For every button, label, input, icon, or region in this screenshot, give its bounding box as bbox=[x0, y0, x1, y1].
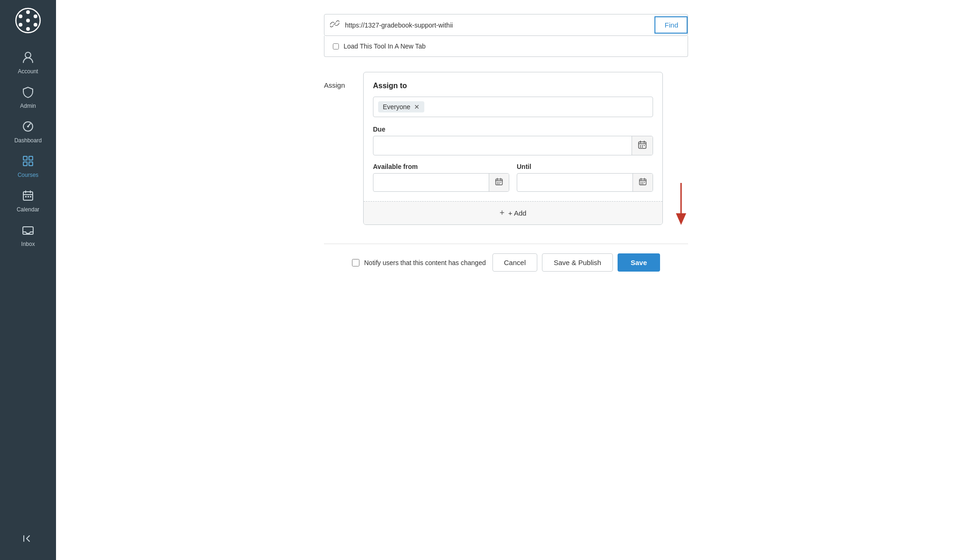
everyone-tag-label: Everyone bbox=[383, 103, 410, 111]
svg-point-4 bbox=[26, 27, 30, 31]
svg-rect-14 bbox=[29, 162, 33, 166]
svg-rect-22 bbox=[642, 145, 643, 146]
available-from-input[interactable] bbox=[373, 174, 489, 191]
available-row: Available from bbox=[373, 163, 653, 192]
svg-rect-16 bbox=[25, 196, 27, 197]
sidebar-item-admin[interactable]: Admin bbox=[0, 80, 56, 115]
add-icon: + bbox=[499, 208, 505, 218]
notify-row: Notify users that this content has chang… bbox=[352, 259, 486, 266]
svg-rect-27 bbox=[497, 182, 498, 183]
svg-rect-30 bbox=[497, 183, 498, 184]
assign-section: Assign Assign to Everyone ✕ Due bbox=[324, 72, 688, 225]
svg-rect-34 bbox=[642, 182, 643, 183]
notify-label: Notify users that this content has chang… bbox=[364, 259, 486, 266]
save-button[interactable]: Save bbox=[618, 253, 660, 272]
svg-rect-29 bbox=[500, 182, 501, 183]
until-input[interactable] bbox=[517, 174, 633, 191]
svg-point-10 bbox=[27, 126, 29, 127]
svg-marker-39 bbox=[676, 213, 686, 225]
svg-rect-23 bbox=[644, 145, 645, 146]
due-date-row bbox=[373, 136, 653, 155]
new-tab-label: Load This Tool In A New Tab bbox=[344, 42, 426, 50]
svg-rect-18 bbox=[30, 196, 31, 197]
svg-rect-35 bbox=[644, 182, 645, 183]
svg-rect-33 bbox=[641, 182, 642, 183]
link-icon bbox=[324, 14, 345, 35]
red-arrow-container bbox=[674, 72, 688, 225]
sidebar-item-dashboard[interactable]: Dashboard bbox=[0, 115, 56, 149]
until-label: Until bbox=[517, 163, 653, 170]
assign-to-title: Assign to bbox=[373, 82, 653, 90]
main-content: Find Load This Tool In A New Tab Assign … bbox=[56, 0, 956, 560]
svg-point-7 bbox=[26, 19, 30, 22]
sidebar-item-calendar[interactable]: Calendar bbox=[0, 184, 56, 218]
sidebar-item-inbox-label: Inbox bbox=[21, 241, 35, 247]
collapse-icon bbox=[22, 533, 34, 547]
dashboard-icon bbox=[22, 120, 34, 135]
svg-rect-24 bbox=[640, 147, 641, 147]
svg-rect-37 bbox=[642, 183, 643, 184]
available-from-row bbox=[373, 173, 509, 192]
remove-everyone-button[interactable]: ✕ bbox=[414, 104, 420, 110]
assign-label: Assign bbox=[324, 72, 352, 89]
svg-point-5 bbox=[19, 23, 22, 27]
available-from-label: Available from bbox=[373, 163, 509, 170]
svg-point-6 bbox=[19, 14, 22, 18]
svg-rect-11 bbox=[23, 156, 27, 160]
assign-to-field[interactable]: Everyone ✕ bbox=[373, 97, 653, 117]
svg-point-2 bbox=[34, 14, 37, 18]
sidebar-item-account[interactable]: Account bbox=[0, 45, 56, 80]
sidebar-item-courses[interactable]: Courses bbox=[0, 149, 56, 184]
available-from-col: Available from bbox=[373, 163, 509, 192]
sidebar: Account Admin Dashboard bbox=[0, 0, 56, 560]
notify-checkbox[interactable] bbox=[352, 259, 359, 266]
until-col: Until bbox=[517, 163, 653, 192]
svg-rect-13 bbox=[23, 162, 27, 166]
admin-icon bbox=[22, 86, 34, 101]
svg-rect-21 bbox=[640, 145, 641, 146]
sidebar-item-account-label: Account bbox=[18, 68, 38, 75]
account-icon bbox=[21, 50, 35, 66]
action-buttons: Cancel Save & Publish Save bbox=[492, 253, 660, 272]
svg-rect-31 bbox=[499, 183, 499, 184]
sidebar-item-dashboard-label: Dashboard bbox=[14, 137, 42, 144]
until-calendar-button[interactable] bbox=[633, 174, 653, 191]
sidebar-item-calendar-label: Calendar bbox=[17, 206, 40, 213]
courses-icon bbox=[22, 155, 34, 170]
inbox-icon bbox=[22, 224, 34, 239]
svg-rect-17 bbox=[28, 196, 29, 197]
svg-point-8 bbox=[25, 52, 31, 58]
due-calendar-button[interactable] bbox=[632, 136, 653, 155]
url-input[interactable] bbox=[345, 17, 654, 34]
svg-rect-12 bbox=[29, 156, 33, 160]
add-assign-button[interactable]: + + Add bbox=[364, 201, 662, 224]
due-label: Due bbox=[373, 126, 653, 133]
add-label: + Add bbox=[508, 209, 527, 217]
until-row bbox=[517, 173, 653, 192]
new-tab-checkbox[interactable] bbox=[333, 43, 339, 49]
find-button[interactable]: Find bbox=[654, 16, 688, 34]
svg-point-3 bbox=[34, 23, 37, 27]
cancel-button[interactable]: Cancel bbox=[492, 253, 538, 272]
app-logo bbox=[15, 7, 41, 34]
sidebar-item-inbox[interactable]: Inbox bbox=[0, 218, 56, 253]
svg-rect-28 bbox=[499, 182, 499, 183]
assign-card: Assign to Everyone ✕ Due bbox=[363, 72, 663, 225]
sidebar-item-admin-label: Admin bbox=[20, 103, 36, 109]
due-date-input[interactable] bbox=[373, 136, 632, 155]
bottom-bar: Notify users that this content has chang… bbox=[324, 244, 688, 281]
svg-rect-36 bbox=[641, 183, 642, 184]
everyone-tag: Everyone ✕ bbox=[378, 101, 424, 112]
sidebar-collapse-button[interactable] bbox=[0, 527, 56, 553]
calendar-icon bbox=[22, 189, 34, 204]
sidebar-item-courses-label: Courses bbox=[18, 172, 39, 178]
available-from-calendar-button[interactable] bbox=[489, 174, 509, 191]
save-publish-button[interactable]: Save & Publish bbox=[542, 253, 613, 272]
svg-rect-25 bbox=[642, 147, 643, 147]
svg-point-1 bbox=[26, 10, 30, 14]
red-arrow-icon bbox=[674, 183, 688, 225]
